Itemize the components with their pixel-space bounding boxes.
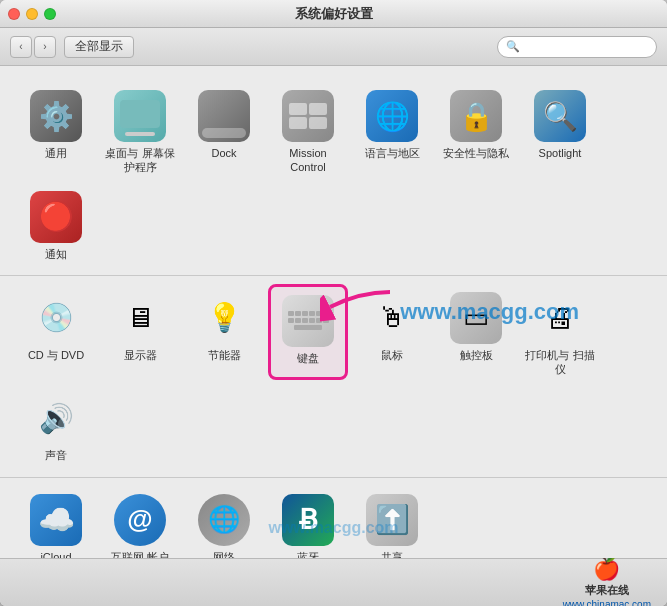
cddvd-label: CD 与 DVD [28,348,84,362]
bluetooth-icon: Ƀ [282,494,334,546]
icon-item-network[interactable]: 🌐 网络 [184,486,264,558]
notify-label: 通知 [45,247,67,261]
section-personal-grid: ⚙️通用 桌面与 屏幕保护程序 Dock Mission Control🌐语言与… [16,82,651,265]
energy-label: 节能器 [208,348,241,362]
dock-label: Dock [211,146,236,160]
icon-item-spotlight[interactable]: 🔍Spotlight [520,82,600,179]
content-area: www.macgg.com ⚙️通用 桌面与 屏幕保护程序 Dock Missi… [0,66,667,558]
trackpad-label: 触控板 [460,348,493,362]
apple-icon: 🍎 [593,556,620,582]
nav-buttons: ‹ › [10,36,56,58]
icloud-label: iCloud [40,550,71,558]
titlebar: 系统偏好设置 [0,0,667,28]
sharing-icon: ⬆️ [366,494,418,546]
internet-icon: @ [114,494,166,546]
icon-item-general[interactable]: ⚙️通用 [16,82,96,179]
icon-item-cddvd[interactable]: 💿CD 与 DVD [16,284,96,381]
section-internet-grid: ☁️ iCloud @ 互联网 帐户 🌐 网络 Ƀ 蓝牙⬆️共享 [16,486,651,558]
icon-item-bluetooth[interactable]: Ƀ 蓝牙 [268,486,348,558]
display-label: 显示器 [124,348,157,362]
language-icon: 🌐 [366,90,418,142]
toolbar: ‹ › 全部显示 🔍 [0,28,667,66]
section-hardware-grid: 💿CD 与 DVD🖥显示器💡节能器 键盘 🖱鼠标▭触控板🖨打印机与 扫描仪🔊声音 [16,284,651,467]
icon-item-dock[interactable]: Dock [184,82,264,179]
icon-item-notify[interactable]: 🔴通知 [16,183,96,265]
search-icon: 🔍 [506,40,520,53]
sharing-label: 共享 [381,550,403,558]
keyboard-label: 键盘 [297,351,319,365]
cddvd-icon: 💿 [30,292,82,344]
bottom-bar: 🍎 苹果在线 www.chinamac.com [0,558,667,606]
security-icon: 🔒 [450,90,502,142]
icon-item-display[interactable]: 🖥显示器 [100,284,180,381]
network-icon: 🌐 [198,494,250,546]
spotlight-icon: 🔍 [534,90,586,142]
bluetooth-label: 蓝牙 [297,550,319,558]
icon-item-security[interactable]: 🔒安全性与隐私 [436,82,516,179]
general-label: 通用 [45,146,67,160]
icloud-icon: ☁️ [30,494,82,546]
icon-item-energy[interactable]: 💡节能器 [184,284,264,381]
icon-item-mission[interactable]: Mission Control [268,82,348,179]
sound-label: 声音 [45,448,67,462]
mouse-icon: 🖱 [366,292,418,344]
icon-item-sharing[interactable]: ⬆️共享 [352,486,432,558]
apple-logo-area: 🍎 苹果在线 www.chinamac.com [563,556,651,607]
search-box: 🔍 [497,36,657,58]
close-button[interactable] [8,8,20,20]
internet-label: 互联网 帐户 [111,550,169,558]
show-all-button[interactable]: 全部显示 [64,36,134,58]
icon-item-keyboard[interactable]: 键盘 [268,284,348,381]
network-label: 网络 [213,550,235,558]
icon-item-icloud[interactable]: ☁️ iCloud [16,486,96,558]
section-hardware: 💿CD 与 DVD🖥显示器💡节能器 键盘 🖱鼠标▭触控板🖨打印机与 扫描仪🔊声音 [0,275,667,477]
icon-item-trackpad[interactable]: ▭触控板 [436,284,516,381]
apple-text: 苹果在线 [585,583,629,598]
icon-item-language[interactable]: 🌐语言与地区 [352,82,432,179]
security-label: 安全性与隐私 [443,146,509,160]
icon-item-printer[interactable]: 🖨打印机与 扫描仪 [520,284,600,381]
printer-label: 打印机与 扫描仪 [524,348,596,377]
spotlight-label: Spotlight [539,146,582,160]
icon-item-internet[interactable]: @ 互联网 帐户 [100,486,180,558]
desktop-icon [114,90,166,142]
traffic-lights [8,8,56,20]
section-internet: www.macgg.com ☁️ iCloud @ 互联网 帐户 🌐 网络 Ƀ … [0,477,667,558]
mission-label: Mission Control [272,146,344,175]
desktop-label: 桌面与 屏幕保护程序 [104,146,176,175]
icon-item-mouse[interactable]: 🖱鼠标 [352,284,432,381]
printer-icon: 🖨 [534,292,586,344]
mission-icon [282,90,334,142]
dock-icon [198,90,250,142]
apple-url: www.chinamac.com [563,599,651,607]
notify-icon: 🔴 [30,191,82,243]
mouse-label: 鼠标 [381,348,403,362]
maximize-button[interactable] [44,8,56,20]
energy-icon: 💡 [198,292,250,344]
keyboard-icon [282,295,334,347]
sound-icon: 🔊 [30,392,82,444]
section-personal: ⚙️通用 桌面与 屏幕保护程序 Dock Mission Control🌐语言与… [0,74,667,275]
system-preferences-window: 系统偏好设置 ‹ › 全部显示 🔍 www.macgg.com ⚙️通用 桌面与… [0,0,667,606]
minimize-button[interactable] [26,8,38,20]
trackpad-icon: ▭ [450,292,502,344]
forward-button[interactable]: › [34,36,56,58]
display-icon: 🖥 [114,292,166,344]
back-button[interactable]: ‹ [10,36,32,58]
search-input[interactable] [524,40,648,54]
general-icon: ⚙️ [30,90,82,142]
icon-item-sound[interactable]: 🔊声音 [16,384,96,466]
icon-item-desktop[interactable]: 桌面与 屏幕保护程序 [100,82,180,179]
window-title: 系统偏好设置 [295,5,373,23]
language-label: 语言与地区 [365,146,420,160]
